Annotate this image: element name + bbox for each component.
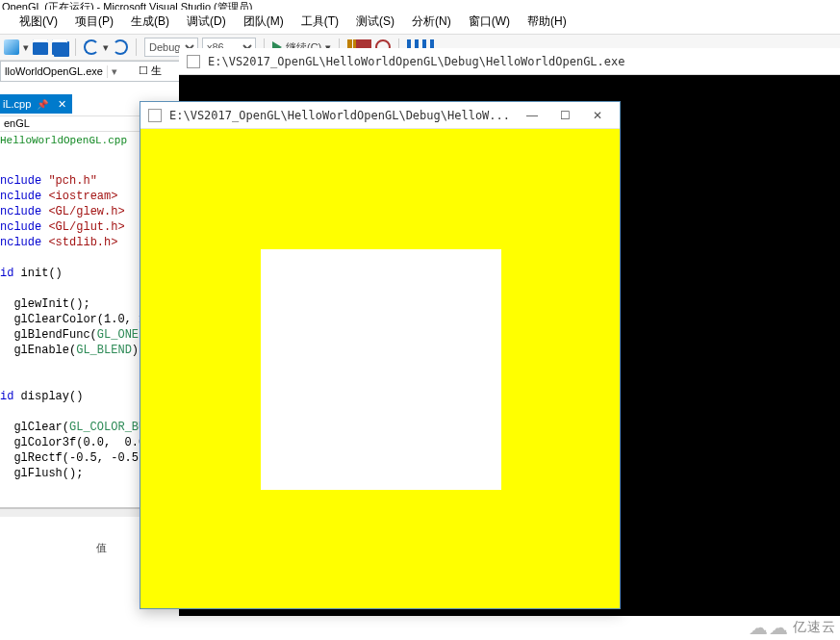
console-titlebar[interactable]: E:\VS2017_OpenGL\HelloWorldOpenGL\Debug\… bbox=[179, 48, 840, 75]
chevron-down-icon[interactable]: ▾ bbox=[103, 41, 109, 54]
new-project-icon[interactable] bbox=[4, 39, 19, 55]
menu-team[interactable]: 团队(M) bbox=[243, 13, 284, 34]
minimize-button[interactable]: — bbox=[516, 105, 548, 126]
menu-build[interactable]: 生成(B) bbox=[131, 13, 169, 34]
close-icon[interactable]: ✕ bbox=[58, 98, 66, 111]
close-button[interactable]: ✕ bbox=[581, 105, 614, 126]
ide-title: OpenGL (正在运行) - Microsoft Visual Studio … bbox=[0, 0, 840, 10]
menu-debug[interactable]: 调试(D) bbox=[187, 13, 226, 34]
chevron-down-icon[interactable]: ▾ bbox=[107, 65, 120, 78]
toolbar-separator bbox=[136, 38, 137, 56]
save-icon[interactable] bbox=[33, 39, 48, 55]
console-title: E:\VS2017_OpenGL\HelloWorldOpenGL\Debug\… bbox=[208, 55, 624, 68]
document-tab-label: iL.cpp bbox=[3, 98, 31, 110]
save-all-icon[interactable] bbox=[52, 39, 67, 55]
toolbar-separator bbox=[75, 38, 76, 56]
menu-project[interactable]: 项目(P) bbox=[75, 13, 114, 34]
opengl-canvas bbox=[140, 129, 620, 608]
menubar: 视图(V) 项目(P) 生成(B) 调试(D) 团队(M) 工具(T) 测试(S… bbox=[0, 10, 840, 34]
menu-view[interactable]: 视图(V) bbox=[19, 13, 58, 34]
opengl-window[interactable]: E:\VS2017_OpenGL\HelloWorldOpenGL\Debug\… bbox=[140, 101, 621, 609]
chevron-down-icon[interactable]: ▾ bbox=[23, 41, 29, 54]
document-tab[interactable]: iL.cpp 📌 ✕ bbox=[0, 94, 72, 114]
menu-test[interactable]: 测试(S) bbox=[356, 13, 395, 34]
menu-tools[interactable]: 工具(T) bbox=[301, 13, 339, 34]
file-breadcrumb: HelloWorldOpenGL.cpp bbox=[0, 135, 127, 146]
menu-analyze[interactable]: 分析(N) bbox=[412, 13, 451, 34]
analyze-button[interactable]: ☐ 生 bbox=[139, 64, 162, 78]
undo-icon[interactable] bbox=[84, 39, 99, 55]
opengl-window-title: E:\VS2017_OpenGL\HelloWorldOpenGL\Debug\… bbox=[169, 109, 516, 122]
app-icon bbox=[148, 109, 162, 122]
menu-help[interactable]: 帮助(H) bbox=[527, 13, 567, 34]
maximize-button[interactable]: ☐ bbox=[548, 105, 581, 126]
opengl-titlebar[interactable]: E:\VS2017_OpenGL\HelloWorldOpenGL\Debug\… bbox=[140, 102, 620, 129]
watermark: ☁☁ 亿速云 bbox=[749, 619, 836, 636]
pin-icon[interactable]: 📌 bbox=[37, 99, 48, 110]
rendered-rect bbox=[261, 249, 501, 490]
redo-icon[interactable] bbox=[113, 39, 128, 55]
menu-window[interactable]: 窗口(W) bbox=[469, 13, 510, 34]
app-icon bbox=[187, 55, 200, 68]
cloud-icon: ☁☁ bbox=[749, 621, 789, 634]
process-combo-label: lloWorldOpenGL.exe bbox=[1, 65, 107, 77]
